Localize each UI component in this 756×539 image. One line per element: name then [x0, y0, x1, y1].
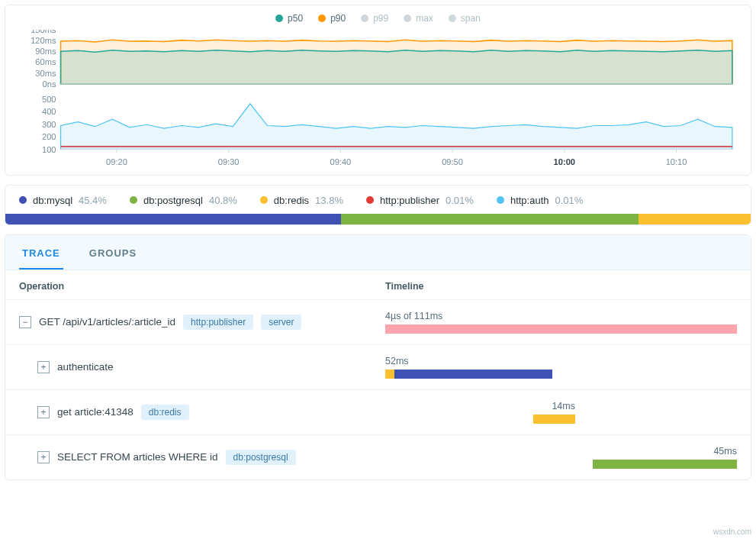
svg-text:100: 100	[42, 145, 56, 154]
breakdown-pct: 0.01%	[446, 195, 474, 206]
span-operation: +SELECT FROM articles WHERE iddb:postgre…	[19, 450, 385, 465]
legend-label: max	[416, 13, 433, 24]
span-bar-segment[interactable]	[593, 460, 737, 469]
span-operation: +get article:41348db:redis	[19, 405, 385, 420]
span-name: SELECT FROM articles WHERE id	[57, 451, 218, 463]
span-timeline: 45ms	[385, 446, 737, 469]
expand-icon[interactable]: +	[37, 406, 50, 418]
charts-wrapper: 150ms120ms90ms60ms30ms0ns 50040030020010…	[16, 30, 740, 169]
dot-icon	[318, 15, 326, 22]
dot-icon	[19, 196, 27, 204]
svg-text:0ns: 0ns	[43, 79, 56, 89]
breakdown-item[interactable]: http:publisher 0.01%	[366, 195, 474, 206]
svg-text:90ms: 90ms	[35, 47, 56, 56]
legend-label: p50	[288, 13, 303, 24]
breakdown-item[interactable]: http:auth 0.01%	[497, 195, 583, 206]
span-operation: +authenticate	[19, 361, 385, 373]
tag-pill[interactable]: db:postgresql	[226, 450, 296, 465]
legend-max[interactable]: max	[404, 13, 433, 24]
trace-card: TRACE GROUPS Operation Timeline −GET /ap…	[5, 234, 751, 480]
tag-pill[interactable]: db:redis	[141, 405, 189, 420]
breakdown-items-row: db:mysql 45.4%db:postgresql 40.8%db:redi…	[5, 186, 751, 214]
svg-text:10:00: 10:00	[554, 157, 575, 166]
span-rows: −GET /api/v1/articles/:article_idhttp:pu…	[5, 299, 751, 479]
svg-text:10:10: 10:10	[666, 157, 687, 166]
columns-header: Operation Timeline	[5, 270, 751, 299]
dot-icon	[130, 196, 137, 204]
latency-chart-card: p50 p90 p99 max span 150ms120ms90ms60ms3…	[5, 5, 751, 176]
svg-text:09:30: 09:30	[218, 157, 240, 166]
breakdown-name: db:redis	[274, 195, 309, 206]
breakdown-item[interactable]: db:postgresql 40.8%	[130, 195, 237, 206]
dot-icon	[260, 196, 268, 204]
span-bar-segment[interactable]	[385, 324, 737, 334]
latency-charts-svg[interactable]: 150ms120ms90ms60ms30ms0ns 50040030020010…	[16, 30, 740, 169]
breakdown-pct: 13.8%	[315, 195, 343, 206]
span-row[interactable]: +SELECT FROM articles WHERE iddb:postgre…	[5, 434, 751, 479]
svg-text:500: 500	[42, 95, 56, 104]
expand-icon[interactable]: +	[37, 451, 50, 463]
span-bar-track	[385, 324, 737, 334]
span-bar-segment[interactable]	[533, 415, 575, 424]
span-operation: −GET /api/v1/articles/:article_idhttp:pu…	[19, 315, 385, 330]
legend-label: p99	[373, 13, 388, 24]
svg-text:30ms: 30ms	[35, 69, 56, 78]
breakdown-item[interactable]: db:redis 13.8%	[260, 195, 343, 206]
svg-text:09:50: 09:50	[442, 157, 463, 166]
span-row[interactable]: +get article:41348db:redis14ms	[5, 389, 751, 434]
breakdown-segment[interactable]	[5, 214, 341, 224]
svg-text:120ms: 120ms	[31, 36, 56, 45]
span-duration: 45ms	[385, 446, 737, 457]
service-breakdown-card: db:mysql 45.4%db:postgresql 40.8%db:redi…	[5, 185, 751, 225]
breakdown-item[interactable]: db:mysql 45.4%	[19, 195, 107, 206]
chart-legend: p50 p90 p99 max span	[16, 13, 740, 24]
breakdown-name: http:auth	[510, 195, 549, 206]
legend-label: p90	[330, 13, 346, 24]
tag-pill[interactable]: server	[261, 315, 301, 330]
legend-p90[interactable]: p90	[318, 13, 346, 24]
breakdown-name: db:mysql	[33, 195, 72, 206]
tag-pill[interactable]: http:publisher	[183, 315, 253, 330]
breakdown-segment[interactable]	[639, 214, 751, 224]
legend-p99[interactable]: p99	[361, 13, 388, 24]
column-timeline: Timeline	[385, 281, 737, 292]
svg-text:200: 200	[42, 132, 56, 141]
span-row[interactable]: −GET /api/v1/articles/:article_idhttp:pu…	[5, 299, 751, 344]
collapse-icon[interactable]: −	[19, 316, 31, 328]
span-duration: 4µs of 111ms	[385, 311, 737, 321]
tab-trace[interactable]: TRACE	[19, 235, 63, 270]
span-timeline: 52ms	[385, 356, 737, 379]
span-row[interactable]: +authenticate52ms	[5, 344, 751, 389]
dot-icon	[404, 15, 411, 22]
span-bar-track	[385, 460, 737, 469]
span-name: get article:41348	[57, 406, 134, 418]
breakdown-bar[interactable]	[5, 214, 751, 224]
span-timeline: 14ms	[385, 401, 737, 424]
tab-groups[interactable]: GROUPS	[86, 235, 140, 270]
breakdown-pct: 0.01%	[555, 195, 584, 206]
expand-icon[interactable]: +	[37, 361, 50, 373]
column-operation: Operation	[19, 281, 385, 292]
breakdown-name: db:postgresql	[143, 195, 203, 206]
span-bar-track	[385, 370, 737, 379]
svg-text:400: 400	[42, 107, 56, 116]
svg-text:09:20: 09:20	[106, 157, 127, 166]
dot-icon	[497, 196, 504, 204]
legend-p50[interactable]: p50	[275, 13, 303, 24]
span-duration: 52ms	[385, 356, 737, 366]
svg-text:60ms: 60ms	[35, 57, 56, 66]
span-bar-segment[interactable]	[385, 370, 394, 379]
dot-icon	[366, 196, 374, 204]
legend-span[interactable]: span	[449, 13, 481, 24]
breakdown-pct: 45.4%	[79, 195, 107, 206]
breakdown-pct: 40.8%	[209, 195, 237, 206]
span-bar-track	[385, 415, 737, 424]
svg-text:09:40: 09:40	[330, 157, 351, 166]
breakdown-name: http:publisher	[380, 195, 439, 206]
svg-text:150ms: 150ms	[31, 30, 56, 34]
span-timeline: 4µs of 111ms	[385, 311, 737, 334]
span-bar-segment[interactable]	[394, 370, 552, 379]
dot-icon	[275, 15, 283, 22]
breakdown-segment[interactable]	[341, 214, 639, 224]
dot-icon	[361, 15, 368, 22]
